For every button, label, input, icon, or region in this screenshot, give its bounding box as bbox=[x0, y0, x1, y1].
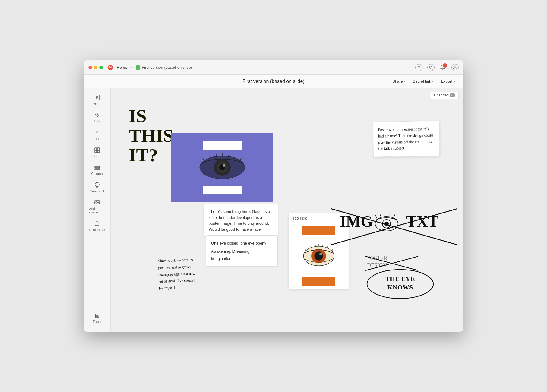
sidebar-item-comment[interactable]: Comment bbox=[86, 179, 108, 195]
comment-label: Comment bbox=[90, 189, 104, 193]
svg-rect-11 bbox=[97, 150, 100, 153]
board-icon bbox=[94, 147, 100, 153]
app-logo: M bbox=[108, 65, 113, 70]
svg-point-28 bbox=[319, 253, 322, 255]
topbar-actions: Share ▾ Secret link ▾ Export ▾ bbox=[390, 78, 457, 85]
sidebar-item-board[interactable]: Board bbox=[86, 144, 108, 160]
link-icon bbox=[94, 112, 100, 118]
home-link[interactable]: Home bbox=[117, 65, 127, 70]
svg-rect-13 bbox=[95, 167, 100, 168]
orange-bar-top bbox=[302, 226, 335, 235]
awakening-card[interactable]: One eye closed, one eye open? Awakening.… bbox=[206, 235, 278, 267]
notification-button[interactable]: 1 bbox=[439, 64, 447, 71]
connector-line bbox=[195, 248, 213, 260]
big-text-line2: THIS bbox=[129, 126, 173, 145]
sidebar-item-link[interactable]: Link bbox=[86, 109, 108, 125]
poster-inner bbox=[171, 133, 274, 202]
minimize-button[interactable] bbox=[94, 66, 97, 69]
svg-rect-9 bbox=[97, 148, 100, 150]
svg-point-27 bbox=[314, 251, 323, 261]
awakening-line1: One eye closed, one eye open? bbox=[211, 240, 273, 247]
sticky-text: Poster would be easier if the talk had a… bbox=[378, 127, 433, 151]
breadcrumb-label[interactable]: First version (based on slide) bbox=[142, 65, 192, 70]
sidebar-item-trash[interactable]: Trash bbox=[86, 309, 108, 326]
sidebar-item-line[interactable]: Line bbox=[86, 127, 108, 143]
svg-point-2 bbox=[454, 66, 456, 68]
search-button[interactable] bbox=[427, 64, 435, 71]
nav-items: M Home › First version (based on slide) bbox=[108, 65, 415, 70]
svg-text:THE EYE: THE EYE bbox=[385, 275, 415, 283]
sidebar-item-upload[interactable]: Upload file bbox=[86, 218, 108, 234]
svg-line-7 bbox=[95, 131, 99, 134]
trash-icon bbox=[94, 312, 100, 318]
comment-icon bbox=[94, 182, 100, 188]
upload-label: Upload file bbox=[89, 228, 105, 232]
awakening-line2: Awakening. Dreaming. Imagination. bbox=[211, 248, 273, 262]
close-button[interactable] bbox=[88, 66, 92, 69]
nav-separator: › bbox=[131, 65, 132, 70]
column-icon bbox=[94, 164, 100, 171]
show-work-text: Show work — both as positive and negativ… bbox=[158, 256, 201, 292]
unsorted-badge[interactable]: Unsorted 0 bbox=[430, 92, 459, 99]
note-label: Note bbox=[93, 102, 100, 106]
svg-rect-14 bbox=[95, 169, 100, 170]
titlebar-icons: ? 1 bbox=[415, 64, 459, 71]
svg-point-24 bbox=[223, 164, 225, 167]
svg-text:IMG: IMG bbox=[340, 213, 373, 230]
export-button[interactable]: Export ▾ bbox=[438, 78, 457, 85]
add-image-label: Add image bbox=[89, 207, 105, 214]
unsorted-count: 0 bbox=[450, 93, 455, 97]
titlebar: M Home › First version (based on slide) … bbox=[84, 60, 463, 75]
doc-icon bbox=[136, 65, 140, 70]
sticky-note[interactable]: Poster would be easier if the talk had a… bbox=[373, 121, 440, 157]
trash-label: Trash bbox=[93, 320, 101, 323]
svg-rect-8 bbox=[95, 148, 97, 150]
eye-knows-ellipse: THE EYE KNOWS bbox=[364, 266, 436, 299]
upload-icon bbox=[94, 220, 100, 227]
add-image-icon bbox=[94, 199, 100, 206]
note-card-text: There's something here. Good as a slide,… bbox=[209, 209, 270, 232]
traffic-lights bbox=[88, 66, 103, 69]
secret-link-button[interactable]: Secret link ▾ bbox=[410, 78, 436, 85]
svg-rect-16 bbox=[95, 201, 100, 204]
line-icon bbox=[94, 129, 100, 136]
big-text-line3: IT? bbox=[129, 145, 173, 165]
canvas[interactable]: Unsorted 0 IS THIS IT? bbox=[111, 88, 463, 332]
user-avatar[interactable] bbox=[451, 64, 459, 71]
board-label: Board bbox=[93, 154, 101, 158]
svg-text:POSTER: POSTER bbox=[367, 255, 387, 261]
sidebar: Note Link Line bbox=[84, 88, 111, 332]
notification-count: 1 bbox=[443, 63, 447, 68]
breadcrumb: First version (based on slide) bbox=[136, 65, 192, 70]
sidebar-item-add-image[interactable]: Add image bbox=[86, 197, 108, 217]
help-button[interactable]: ? bbox=[415, 64, 422, 71]
page-title: First version (based on slide) bbox=[242, 79, 304, 84]
share-button[interactable]: Share ▾ bbox=[390, 78, 408, 85]
big-text-line1: IS bbox=[129, 106, 173, 126]
app-window: M Home › First version (based on slide) … bbox=[84, 60, 463, 332]
svg-rect-10 bbox=[95, 150, 97, 153]
sidebar-item-column[interactable]: Column bbox=[86, 162, 108, 178]
svg-line-1 bbox=[432, 68, 433, 69]
unsorted-label: Unsorted bbox=[434, 93, 449, 97]
svg-point-15 bbox=[95, 182, 99, 187]
main-layout: Note Link Line bbox=[84, 88, 463, 332]
orange-bar-bottom bbox=[302, 277, 335, 286]
note-card-poster[interactable]: There's something here. Good as a slide,… bbox=[204, 204, 278, 237]
note-icon bbox=[94, 94, 100, 101]
eye-svg-purple bbox=[192, 149, 252, 185]
img-txt-sketch: IMG TXT bbox=[331, 200, 457, 248]
column-label: Column bbox=[91, 172, 103, 175]
sidebar-item-note[interactable]: Note bbox=[86, 92, 108, 108]
maximize-button[interactable] bbox=[99, 66, 103, 69]
svg-point-0 bbox=[429, 66, 432, 68]
link-label: Link bbox=[94, 119, 100, 123]
svg-text:KNOWS: KNOWS bbox=[387, 283, 413, 291]
svg-rect-12 bbox=[95, 166, 100, 167]
big-text: IS THIS IT? bbox=[129, 106, 173, 165]
purple-poster-card[interactable] bbox=[171, 133, 274, 202]
topbar: First version (based on slide) Share ▾ S… bbox=[84, 75, 463, 88]
line-label: Line bbox=[94, 137, 100, 141]
